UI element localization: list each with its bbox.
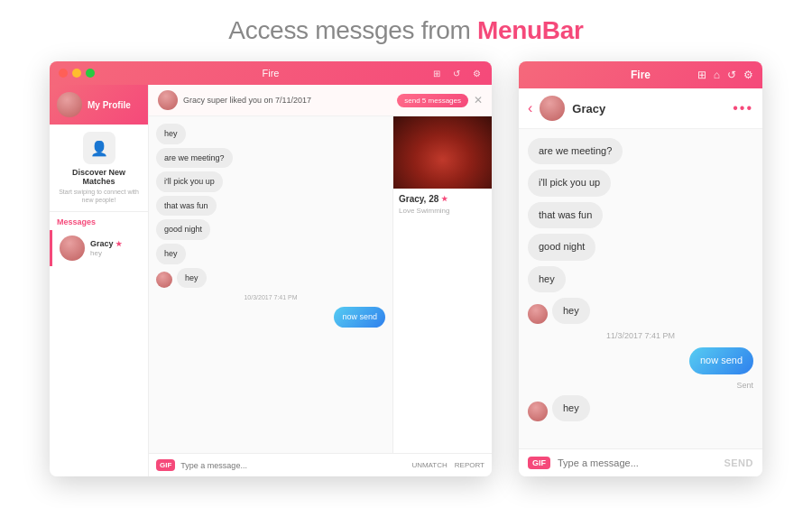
msg-avatar — [156, 272, 172, 288]
mobile-msg-now-send: now send — [689, 347, 753, 374]
msg-with-avatar-hey3: hey — [156, 268, 385, 289]
profile-info: Gracy, 28 ★ Love Swimming — [393, 189, 492, 220]
mobile-chat-header: ‹ Gracy ••• — [519, 88, 762, 129]
titlebar-icon-2[interactable]: ↺ — [450, 67, 463, 79]
mobile-input-area: GIF SEND — [519, 448, 762, 476]
sidebar-profile-name: My Profile — [88, 100, 131, 110]
profile-full-name: Gracy, 28 ★ — [399, 194, 486, 204]
mobile-msg-with-avatar: hey — [528, 298, 753, 324]
dot-red[interactable] — [59, 69, 68, 78]
mobile-gif-button[interactable]: GIF — [528, 457, 550, 469]
profile-panel: Gracy, 28 ★ Love Swimming — [392, 116, 492, 453]
desktop-app-title: Fire — [263, 68, 280, 79]
discover-icon: 👤 — [83, 132, 115, 164]
mobile-msg-goodnight: good night — [528, 234, 595, 260]
mobile-messages: are we meeting? i'll pick you up that wa… — [519, 129, 762, 448]
avatar-image — [57, 92, 82, 117]
mobile-msg-avatar — [528, 304, 548, 324]
mobile-icon-profile[interactable]: ⊞ — [697, 69, 706, 81]
dot-green[interactable] — [86, 69, 95, 78]
screens-container: Fire ⊞ ↺ ⚙ My Profile 👤 — [0, 61, 812, 476]
titlebar-icon-1[interactable]: ⊞ — [430, 67, 443, 79]
messages-area: hey are we meeting? i'll pick you up tha… — [149, 116, 392, 453]
msg-hey3: hey — [177, 268, 207, 289]
profile-star-icon: ★ — [441, 195, 448, 203]
mobile-timestamp: 11/3/2017 7:41 PM — [528, 331, 753, 340]
mobile-msg-hey2: hey — [552, 298, 590, 324]
desktop-sidebar: My Profile 👤 Discover New Matches Start … — [50, 85, 149, 476]
desktop-body: My Profile 👤 Discover New Matches Start … — [50, 85, 492, 476]
sidebar-profile: My Profile — [50, 85, 148, 125]
sidebar-profile-avatar — [57, 92, 82, 117]
profile-bio: Love Swimming — [399, 207, 486, 215]
discover-title: Discover New Matches — [57, 168, 141, 186]
mobile-header-avatar — [540, 96, 565, 121]
action-buttons: UNMATCH REPORT — [411, 461, 484, 469]
header-normal-text: Access messges from — [228, 16, 477, 44]
msg-now-send: now send — [334, 307, 385, 328]
mobile-header-name: Gracy — [572, 102, 725, 115]
conv-avatar — [60, 236, 85, 261]
mobile-titlebar: Fire ⊞ ⌂ ↺ ⚙ — [519, 61, 762, 88]
desktop-input-area: GIF document.querySelector('.input-field… — [149, 453, 492, 476]
conv-name: Gracy ★ — [90, 239, 122, 248]
sidebar-discover[interactable]: 👤 Discover New Matches Start swiping to … — [50, 125, 148, 212]
msg-pickup: i'll pick you up — [156, 171, 223, 192]
mobile-msg-with-avatar-bottom: hey — [528, 395, 753, 421]
conv-info: Gracy ★ hey — [90, 239, 122, 257]
desktop-titlebar: Fire ⊞ ↺ ⚙ — [50, 61, 492, 85]
gif-button[interactable]: GIF — [156, 459, 175, 471]
report-button[interactable]: REPORT — [455, 461, 484, 469]
mobile-icon-refresh[interactable]: ↺ — [727, 69, 736, 81]
titlebar-icons: ⊞ ↺ ⚙ — [430, 67, 483, 79]
sidebar-conversation-gracy[interactable]: Gracy ★ hey — [50, 230, 148, 266]
rose-image — [393, 116, 492, 189]
titlebar-dots — [59, 69, 95, 78]
mobile-icon-home[interactable]: ⌂ — [714, 69, 720, 81]
dot-yellow[interactable] — [72, 69, 81, 78]
desktop-chat: Gracy super liked you on 7/11/2017 send … — [149, 85, 492, 476]
notification-bar: Gracy super liked you on 7/11/2017 send … — [149, 85, 492, 116]
mobile-msg-hey1: hey — [528, 266, 566, 292]
back-button[interactable]: ‹ — [528, 100, 532, 116]
notif-close-icon[interactable]: ✕ — [474, 94, 483, 106]
mobile-msg-meeting: are we meeting? — [528, 138, 623, 164]
mobile-msg-avatar-bottom — [528, 402, 548, 421]
mobile-send-button[interactable]: SEND — [724, 457, 753, 468]
msg-meeting: are we meeting? — [156, 148, 233, 169]
notif-text: Gracy super liked you on 7/11/2017 — [183, 96, 397, 105]
discover-subtitle: Start swiping to connect with new people… — [57, 188, 141, 204]
star-icon: ★ — [115, 240, 122, 248]
mobile-icon-settings[interactable]: ⚙ — [743, 69, 753, 81]
mobile-titlebar-icons: ⊞ ⌂ ↺ ⚙ — [697, 69, 753, 81]
mobile-msg-pickup: i'll pick you up — [528, 170, 611, 196]
desktop-window: Fire ⊞ ↺ ⚙ My Profile 👤 — [50, 61, 492, 476]
message-input[interactable] — [180, 461, 406, 470]
header-bold-text: MenuBar — [477, 16, 584, 44]
mobile-screen: Fire ⊞ ⌂ ↺ ⚙ ‹ Gracy ••• are we meeting?… — [519, 61, 762, 476]
profile-photo — [393, 116, 492, 189]
messages-label: Messages — [50, 212, 148, 230]
msg-hey: hey — [156, 124, 186, 144]
msg-goodnight: good night — [156, 219, 210, 240]
msg-fun: that was fun — [156, 196, 217, 217]
mobile-app-title: Fire — [631, 69, 651, 81]
titlebar-icon-3[interactable]: ⚙ — [470, 67, 483, 79]
send-messages-button[interactable]: send 5 messages — [397, 94, 468, 107]
msg-hey2: hey — [156, 244, 186, 264]
notif-avatar — [158, 90, 178, 110]
conv-last-msg: hey — [90, 249, 122, 257]
mobile-message-input[interactable] — [558, 457, 716, 468]
msg-timestamp: 10/3/2017 7:41 PM — [156, 294, 385, 300]
chat-content: hey are we meeting? i'll pick you up tha… — [149, 116, 492, 453]
unmatch-button[interactable]: UNMATCH — [411, 461, 447, 469]
more-options-icon[interactable]: ••• — [733, 100, 753, 116]
mobile-msg-hey3: hey — [552, 395, 590, 421]
page-title: Access messges from MenuBar — [228, 16, 583, 45]
mobile-msg-fun: that was fun — [528, 202, 603, 228]
mobile-sent-label: Sent — [528, 381, 753, 390]
